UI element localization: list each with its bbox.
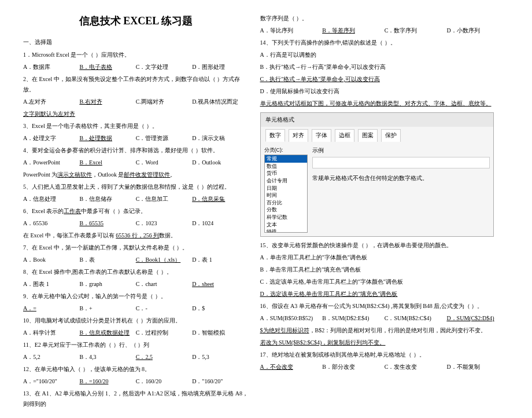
category-label: 分类(C): [264,145,308,155]
opt-d: D．Outlook [192,157,248,168]
opt-14a: A．行高是可以调整的 [260,50,509,60]
opt-b: B．处理数据 [79,133,135,144]
cat-accounting[interactable]: 会计专用 [265,177,307,185]
options-12: A．="160/20" B．=160/20 C．160/20 D．"160/20… [23,376,249,387]
opt-c: C．发生改变 [385,362,447,372]
opt-c: C．信息加工 [136,194,192,204]
section-heading: 一、选择题 [23,37,249,47]
opt-c: C．管理资源 [136,133,192,144]
opt-a: A．科学计算 [23,328,79,338]
question-13-cont: 数字序列是（ ）。 [260,13,509,24]
cell-format-dialog: 单元格格式 数字 对齐 字体 边框 图案 保护 分类(C): 常规 数值 货币 … [260,112,494,237]
tab-align[interactable]: 对齐 [289,129,308,142]
options-2: A.左对齐 B.右对齐 C.两端对齐 D.视具体情况而定 [23,97,249,107]
cat-number[interactable]: 数值 [265,163,307,170]
opt-c: C．文字处理 [136,62,192,72]
cat-text[interactable]: 文本 [265,221,307,229]
opt-c: C．数字序列 [385,25,447,36]
opt-b: B．+ [79,303,135,314]
question-1: 1．Microsoft Excel 是一个（ ）应用软件。 [23,50,249,60]
cat-currency[interactable]: 货币 [265,170,307,177]
opt-b: B．等差序列 [322,25,385,36]
opt-a: A．信息处理 [23,194,79,204]
cat-scientific[interactable]: 科学记数 [265,214,307,221]
options-5: A．信息处理 B．信息储存 C．信息加工 D．信息采集 [23,194,249,204]
question-17: 17、绝对地址在被复制或移动到其他单元格时,单元格地址（ ）。 [260,350,509,360]
opt-c: C．Book1（.xls） [136,255,192,265]
opt-b: B.右对齐 [79,97,135,107]
opt-b: B．表 [79,255,135,265]
sample-box [312,157,490,168]
opt-15b: B．单击常用工具栏上的"填充色"调色板 [260,265,509,275]
options-7: A．Book B．表 C．Book1（.xls） D．表 1 [23,255,249,265]
opt-14c: C．执行"格式→单元格"菜单命令,可以改变行高 [260,74,509,85]
opt-b: B．=160/20 [79,376,135,387]
question-2: 2、在 Excel 中，如果没有预先设定整个工作表的对齐方式，则数字自动以（ ）… [23,74,249,95]
tab-protect[interactable]: 保护 [381,129,401,142]
opt-a: A．不会改变 [260,362,323,372]
tab-font[interactable]: 字体 [312,129,331,142]
opt-d: D．智能模拟 [192,328,248,338]
note-16: $为绝对引用标识符，B$2：列用的是相对对引用，行用的是绝对引用，因此列变行不变… [260,325,509,336]
tab-pattern[interactable]: 图案 [358,129,378,142]
options-1: A．数据库 B．电子表格 C．文字处理 D．图形处理 [23,62,249,72]
options-6: A．65536 B．65535 C．1023 D．1024 [23,218,249,229]
opt-a: A．="160/20" [23,376,79,387]
opt-c: C．1023 [136,218,192,229]
sample-note: 常规单元格格式不包含任何特定的数字格式。 [312,173,490,183]
opt-c: C．Word [136,157,192,168]
opt-c: C．2,5 [136,352,192,362]
opt-a: A．SUM(B$50:B$52) [260,313,323,324]
cat-special[interactable]: 特殊 [265,228,307,233]
dialog-title: 单元格格式 [261,113,494,127]
opt-c: C．- [136,303,192,314]
opt-b: B．4,3 [79,352,135,362]
question-14: 14、下列关于行高操作的操作中,错误的叙述是（ ）。 [260,38,509,48]
cat-date[interactable]: 日期 [265,185,307,192]
options-10: A．科学计算 B．信息或数据处理 C．过程控制 D．智能模拟 [23,328,249,338]
question-4: 4、要对全运会各参赛省的积分进行计算、排序和筛选，最好使用（ ）软件。 [23,145,249,156]
opt-a: A．数据库 [23,62,79,72]
note-6: 在 Excel 中，每张工作表最多可以有 65536 行，256 列数据。 [23,230,249,241]
cat-time[interactable]: 时间 [265,192,307,199]
opt-d: D．"160/20" [192,376,248,387]
opt-b: B．Excel [79,157,135,168]
tab-border[interactable]: 边框 [335,129,354,142]
question-7: 7、在 Excel 中，第一个新建的工作簿，其默认文件名称是（ ）。 [23,243,249,253]
options-17: A．不会改变 B．部分改变 C．发生改变 D．不能复制 [260,362,509,372]
tab-number[interactable]: 数字 [265,129,285,142]
opt-d: D．SUM(C$2:D$4) [446,313,509,324]
opt-c: C．chart [136,279,192,289]
question-10: 10、用电脑对考试成绩统计分类是计算机在（ ）方面的应用。 [23,316,249,326]
options-16: A．SUM(B$50:B$52) B．SUM(D$2:E$4) C．SUM(B$… [260,313,509,324]
opt-a: A．5,2 [23,352,79,362]
opt-c: C．160/20 [136,376,192,387]
cat-general[interactable]: 常规 [265,155,307,163]
opt-d: D.视具体情况而定 [192,97,248,107]
opt-a: A．图表 1 [23,279,79,289]
note-4: PowerPoint 为演示文稿软件，Outlook 是邮件收发管理软件。 [23,170,249,180]
opt-15c: C．选定该单元格,单击常用工具栏上的"字体颜色"调色板 [260,277,509,287]
opt-d: D．信息采集 [192,194,248,204]
opt-15d: D．选定该单元格,单击常用工具栏上的"填充色"调色板 [260,289,509,299]
opt-15a: A．单击常用工具栏上的"字体颜色"调色板 [260,252,509,263]
question-8: 8、在 Excel 操作中,图表工作表的工作表默认名称是（ ）。 [23,267,249,277]
opt-d: D．1024 [192,218,248,229]
opt-d: D．小数序列 [446,25,509,36]
opt-14b: B．执行"格式→行→行高"菜单命令,可以改变行高 [260,62,509,72]
opt-b: B．部分改变 [322,362,385,372]
opt-b: B．65535 [79,218,135,229]
options-4: A．PowerPoint B．Excel C．Word D．Outlook [23,157,249,168]
category-list[interactable]: 常规 数值 货币 会计专用 日期 时间 百分比 分数 科学记数 文本 特殊 自定… [264,155,308,233]
note-16b: 若改为 SUM($B$2:$C$4)，则复制后行列均不变。 [260,338,509,348]
cat-fraction[interactable]: 分数 [265,206,307,214]
opt-d: D．sheet [192,279,248,289]
options-9: A．= B．+ C．- D．$ [23,303,249,314]
question-5: 5、人们把人造卫星发射上天，得到了大量的数据信息和情报，这是（ ）的过程。 [23,182,249,192]
options-8: A．图表 1 B．graph C．chart D．sheet [23,279,249,289]
opt-a: A．处理文字 [23,133,79,144]
opt-a: A．65536 [23,218,79,229]
opt-d: D．不能复制 [446,362,509,372]
cat-percent[interactable]: 百分比 [265,199,307,207]
opt-d: D．表 1 [192,255,248,265]
